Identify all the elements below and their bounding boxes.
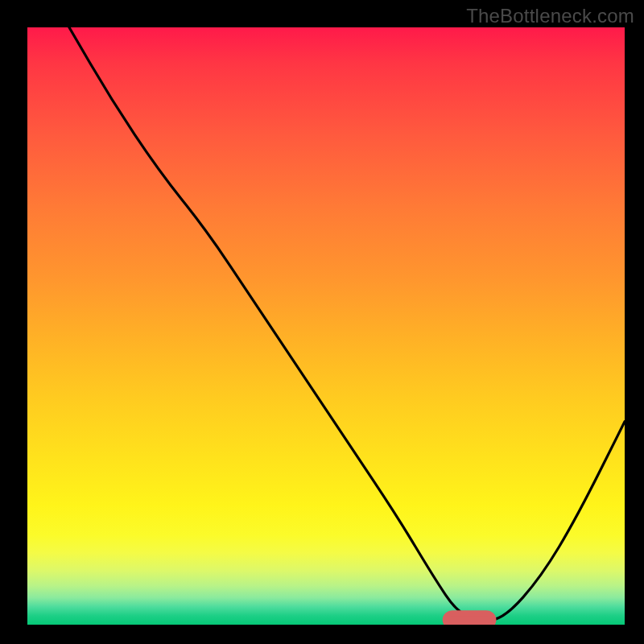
watermark-text: TheBottleneck.com [466,5,634,27]
chart-plot-area [27,27,625,625]
bottleneck-curve [69,27,625,621]
optimal-marker [445,613,493,625]
chart-svg [27,27,625,625]
